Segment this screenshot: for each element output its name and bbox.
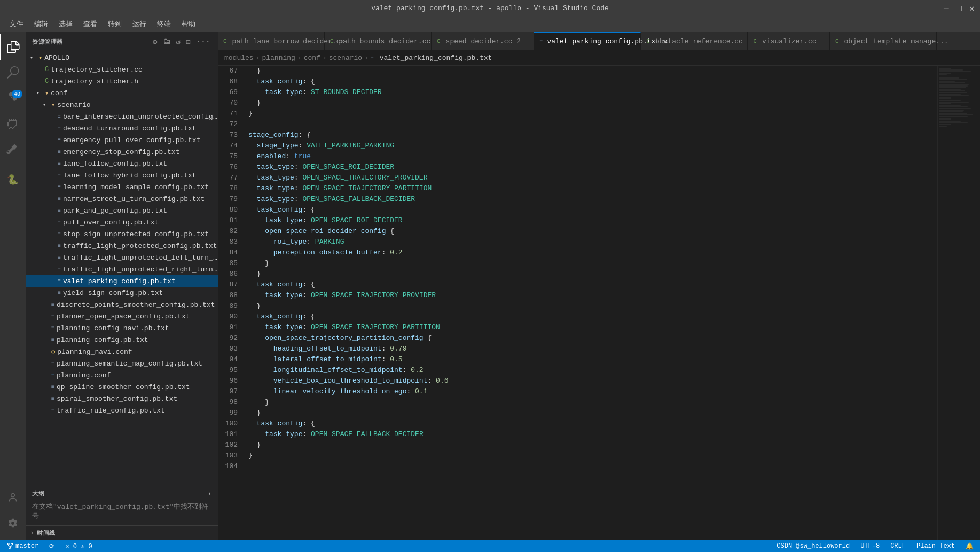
- sync-icon[interactable]: ⟳: [47, 542, 57, 550]
- timeline-label: 时间线: [37, 529, 56, 537]
- tree-item-traffic-rule[interactable]: ≡ traffic_rule_config.pb.txt: [26, 405, 218, 416]
- tree-item-bare-intersection[interactable]: ≡ bare_intersection_unprotected_config.p…: [26, 111, 218, 122]
- language-label[interactable]: Plain Text: [914, 542, 957, 550]
- menu-terminal[interactable]: 终端: [153, 18, 175, 30]
- txt-file-icon: ≡: [58, 255, 61, 261]
- tree-item-narrow-street[interactable]: ≡ narrow_street_u_turn_config.pb.txt: [26, 193, 218, 205]
- maximize-button[interactable]: □: [957, 5, 963, 11]
- tree-item-planning-config[interactable]: ≡ planning_config.pb.txt: [26, 334, 218, 346]
- tree-item-learning-model[interactable]: ≡ learning_model_sample_config.pb.txt: [26, 181, 218, 193]
- tree-item-planning-semantic-map[interactable]: ≡ planning_semantic_map_config.pb.txt: [26, 357, 218, 369]
- close-button[interactable]: ✕: [969, 5, 976, 11]
- tree-item-planning-conf[interactable]: ≡ planning.conf: [26, 369, 218, 381]
- tree-item-lane-follow-hybrid[interactable]: ≡ lane_follow_hybrid_config.pb.txt: [26, 169, 218, 181]
- breadcrumb-modules[interactable]: modules: [224, 54, 254, 62]
- window-controls[interactable]: ─ □ ✕: [944, 5, 976, 11]
- menu-goto[interactable]: 转到: [104, 18, 126, 30]
- tree-label: narrow_street_u_turn_config.pb.txt: [63, 195, 205, 203]
- txt-file-icon: ≡: [58, 208, 61, 214]
- more-actions-icon[interactable]: ···: [195, 36, 211, 48]
- new-file-icon[interactable]: ⊕: [152, 36, 159, 48]
- menu-file[interactable]: 文件: [5, 18, 28, 30]
- menu-run[interactable]: 运行: [128, 18, 151, 30]
- new-folder-icon[interactable]: 🗂: [162, 36, 172, 48]
- tree-item-planner-open-space[interactable]: ≡ planner_open_space_config.pb.txt: [26, 310, 218, 322]
- tree-item-trajectory-h[interactable]: C trajectory_stitcher.h: [26, 75, 218, 87]
- tree-item-deadend-turnaround[interactable]: ≡ deadend_turnaround_config.pb.txt: [26, 122, 218, 134]
- breadcrumb-planning[interactable]: planning: [262, 54, 295, 62]
- tree-item-traffic-light-right[interactable]: ≡ traffic_light_unprotected_right_turn_c…: [26, 263, 218, 275]
- txt-file-icon: ≡: [58, 149, 61, 155]
- tree-item-planning-navi-conf[interactable]: ⚙ planning_navi.conf: [26, 346, 218, 357]
- tree-root-apollo[interactable]: ▾ APOLLO: [26, 52, 218, 64]
- tree-item-spiral-smoother[interactable]: ≡ spiral_smoother_config.pb.txt: [26, 393, 218, 405]
- error-count[interactable]: ✕ 0 ⚠ 0: [63, 542, 94, 550]
- menu-select[interactable]: 选择: [54, 18, 77, 30]
- menu-view[interactable]: 查看: [79, 18, 101, 30]
- tab-speed-decider[interactable]: C speed_decider.cc 2 ✕: [432, 32, 534, 51]
- tree-label: qp_spline_smoother_config.pb.txt: [57, 383, 190, 391]
- txt-file-icon: ≡: [51, 302, 54, 308]
- breadcrumb-sep: ›: [364, 54, 369, 62]
- tree-item-traffic-light-protected[interactable]: ≡ traffic_light_protected_config.pb.txt: [26, 240, 218, 252]
- tab-path-bounds-decider[interactable]: C path_bounds_decider.cc ✕: [325, 32, 432, 51]
- extensions-icon[interactable]: [0, 137, 26, 162]
- outline-header[interactable]: 大纲 ›: [26, 487, 218, 500]
- python-icon[interactable]: 🐍: [0, 167, 26, 192]
- code-area[interactable]: } task_config: { task_type: ST_BOUNDS_DE…: [242, 66, 937, 540]
- code-line-69: task_type: ST_BOUNDS_DECIDER: [248, 87, 937, 98]
- txt-file-icon: ≡: [58, 126, 61, 131]
- tab-obstacle-reference[interactable]: C obstacle_reference.cc ✕: [641, 32, 748, 51]
- account-icon[interactable]: [0, 485, 26, 510]
- collapse-all-icon[interactable]: ⊟: [185, 36, 192, 48]
- tree-item-stop-sign[interactable]: ≡ stop_sign_unprotected_config.pb.txt: [26, 228, 218, 240]
- explorer-icon[interactable]: [0, 34, 26, 60]
- tree-item-yield-sign[interactable]: ≡ yield_sign_config.pb.txt: [26, 287, 218, 299]
- tab-object-template[interactable]: C object_template_manage... ✕: [830, 32, 937, 51]
- editor-area: C path_lane_borrow_decider.cc ✕ C path_b…: [218, 32, 980, 540]
- notifications-icon[interactable]: 🔔: [963, 542, 976, 550]
- branch-icon[interactable]: master: [4, 542, 41, 550]
- outline-content: 在文档"valet_parking_config.pb.txt"中找不到符号: [26, 500, 218, 523]
- tab-path-lane-borrow[interactable]: C path_lane_borrow_decider.cc ✕: [218, 32, 325, 51]
- tree-item-planning-config-navi[interactable]: ≡ planning_config_navi.pb.txt: [26, 322, 218, 334]
- tree-item-valet-parking-selected[interactable]: ≡ valet_parking_config.pb.txt: [26, 275, 218, 287]
- tree-label: scenario: [57, 101, 90, 109]
- code-line-82: open_space_roi_decider_config {: [248, 226, 937, 237]
- refresh-icon[interactable]: ↺: [175, 36, 182, 48]
- tree-item-emergency-stop[interactable]: ≡ emergency_stop_config.pb.txt: [26, 146, 218, 158]
- tab-label: visualizer.cc: [762, 37, 816, 45]
- txt-file-icon: ≡: [51, 314, 54, 320]
- settings-icon[interactable]: [0, 510, 26, 536]
- tree-item-scenario-folder[interactable]: ▾ scenario: [26, 99, 218, 111]
- title-text: valet_parking_config.pb.txt - apollo - V…: [371, 4, 609, 12]
- breadcrumb-scenario[interactable]: scenario: [329, 54, 362, 62]
- tree-label: valet_parking_config.pb.txt: [63, 277, 176, 285]
- menu-edit[interactable]: 编辑: [30, 18, 52, 30]
- tree-item-discrete-points[interactable]: ≡ discrete_points_smoother_config.pb.txt: [26, 299, 218, 310]
- menubar: 文件 编辑 选择 查看 转到 运行 终端 帮助: [0, 16, 980, 32]
- tab-valet-parking-config[interactable]: ≡ valet_parking_config.pb.txt ✕: [534, 32, 641, 51]
- minimize-button[interactable]: ─: [944, 5, 950, 11]
- code-line-85: }: [248, 258, 937, 269]
- tree-item-qp-spline[interactable]: ≡ qp_spline_smoother_config.pb.txt: [26, 381, 218, 393]
- tab-visualizer[interactable]: C visualizer.cc ✕: [748, 32, 829, 51]
- tree-label: planning_semantic_map_config.pb.txt: [57, 360, 202, 368]
- debug-run-icon[interactable]: [0, 111, 26, 137]
- tree-item-pull-over[interactable]: ≡ pull_over_config.pb.txt: [26, 216, 218, 228]
- menu-help[interactable]: 帮助: [177, 18, 200, 30]
- breadcrumb-conf[interactable]: conf: [304, 54, 320, 62]
- tree-item-trajectory-cc[interactable]: C trajectory_stitcher.cc: [26, 64, 218, 75]
- folder-icon: ▾: [51, 101, 55, 109]
- tab-file-icon: C: [223, 38, 227, 44]
- tree-item-emergency-pull[interactable]: ≡ emergency_pull_over_config.pb.txt: [26, 134, 218, 146]
- conf-file-icon: ≡: [51, 372, 54, 378]
- source-control-icon[interactable]: 40: [0, 85, 26, 111]
- tree-item-park-and-go[interactable]: ≡ park_and_go_config.pb.txt: [26, 205, 218, 216]
- tree-item-lane-follow[interactable]: ≡ lane_follow_config.pb.txt: [26, 158, 218, 169]
- tree-item-traffic-light-left[interactable]: ≡ traffic_light_unprotected_left_turn_co…: [26, 252, 218, 263]
- timeline-section[interactable]: › 时间线: [26, 525, 218, 540]
- tree-item-conf-folder[interactable]: ▾ conf: [26, 87, 218, 99]
- tree-label: planning.conf: [57, 371, 111, 379]
- search-icon[interactable]: [0, 60, 26, 85]
